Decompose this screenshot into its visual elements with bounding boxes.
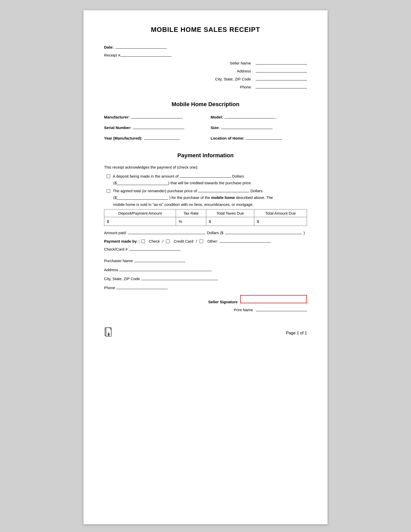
purchaser-phone-row: Phone (104, 285, 307, 290)
purchaser-phone-field[interactable] (116, 285, 168, 289)
purchaser-name-row: Purchaser Name (104, 258, 307, 263)
serial-field[interactable] (133, 124, 184, 129)
size-label: Size: (211, 125, 220, 130)
deposit-paren-open: ($ (113, 181, 117, 185)
purchaser-city-row: City, State, ZIP Code (104, 276, 307, 281)
seller-phone-label: Phone (240, 85, 251, 89)
deposit-close-text: ) that will be credited towards the purc… (168, 181, 252, 185)
payment-made-by-label: Payment made by (104, 239, 137, 243)
table-col4: Total Amount Due (254, 209, 307, 217)
year-field[interactable] (144, 135, 180, 140)
purchaser-section: Purchaser Name Address City, State, ZIP … (104, 258, 307, 290)
deposit-checkbox[interactable] (107, 175, 110, 178)
other-checkbox[interactable] (200, 240, 203, 243)
seller-address-row: Address (104, 68, 307, 73)
table-cell-deposit: $ (104, 217, 176, 226)
seller-info-block: Seller Name Address City, State, ZIP Cod… (104, 60, 307, 92)
check-card-row: Check/Card # (104, 246, 307, 251)
footer: Page 1 of 1 (104, 327, 307, 339)
footer-icon (104, 327, 113, 339)
purchaser-address-row: Address (104, 267, 307, 272)
seller-city-row: City, State, ZIP Code (104, 76, 307, 81)
table-row: $ % $ $ (104, 217, 307, 226)
deposit-dollar-field[interactable] (117, 180, 168, 185)
amount-paid-field[interactable] (128, 230, 205, 234)
other-field[interactable] (220, 238, 271, 243)
payment-intro: This receipt acknowledges the payment of… (104, 165, 307, 169)
deposit-dollars: Dollars (232, 174, 244, 178)
serial-label: Serial Number: (104, 125, 132, 130)
manufacturer-field[interactable] (131, 114, 183, 118)
date-row: Date: (104, 44, 307, 49)
date-label: Date: (104, 45, 114, 49)
location-row: Location of Home: (211, 135, 307, 140)
model-row: Model: (211, 114, 307, 119)
location-label: Location of Home: (211, 136, 245, 140)
location-field[interactable] (246, 135, 282, 140)
description-row1: Manufacturer: Model: (104, 114, 307, 122)
footer-page-label: Page 1 of 1 (286, 331, 307, 335)
seller-name-label: Seller Name (230, 61, 251, 65)
purchase-dollars: Dollars (250, 189, 263, 193)
purchase-indent1: ($ ) for the purchase of the mobile home… (104, 195, 307, 200)
date-field[interactable] (115, 44, 167, 49)
purchaser-address-label: Address (104, 268, 118, 272)
seller-name-row: Seller Name (104, 60, 307, 65)
seller-city-label: City, State, ZIP Code (215, 77, 251, 81)
seller-signature-box[interactable] (240, 295, 307, 303)
amount-paid-dollars: Dollars ($ (207, 231, 223, 235)
payment-table: Deposit/Payment Amount Tax Rate Total Ta… (104, 209, 307, 226)
size-field[interactable] (221, 124, 273, 129)
purchase-text-6: mobile home is sold in "as-is" condition… (113, 202, 254, 207)
check-label: Check (149, 239, 160, 243)
purchaser-city-field[interactable] (141, 276, 218, 280)
seller-city-field[interactable] (256, 76, 307, 80)
description-row2: Serial Number: Size: (104, 124, 307, 132)
payment-header: Payment Information (104, 152, 307, 159)
model-label: Model: (211, 115, 223, 119)
seller-phone-field[interactable] (256, 84, 307, 88)
check-card-field[interactable] (129, 246, 181, 251)
amount-paid-dollar-field[interactable] (225, 230, 302, 234)
purchase-checkbox-row: The agreed total (or remainder) purchase… (104, 188, 307, 193)
year-label: Year (Manufactured): (104, 136, 142, 140)
serial-row: Serial Number: (104, 124, 200, 130)
purchase-paren-open: ($ (113, 195, 117, 200)
table-col3: Total Taxes Due (206, 209, 254, 217)
receipt-field[interactable] (120, 52, 172, 57)
table-cell-taxrate: % (176, 217, 206, 226)
purchaser-name-field[interactable] (134, 258, 185, 262)
signature-section: Seller Signature Print Name (104, 295, 307, 312)
purchaser-name-label: Purchaser Name (104, 259, 133, 263)
deposit-checkbox-row: A deposit being made in the amount of Do… (104, 173, 307, 178)
amount-paid-row: Amount paid: Dollars ($) (104, 230, 307, 235)
deposit-amount-field[interactable] (180, 173, 231, 178)
page-title: MOBILE HOME SALES RECEIPT (104, 26, 307, 34)
print-name-label: Print Name (234, 308, 253, 312)
description-row3: Year (Manufactured): Location of Home: (104, 135, 307, 143)
seller-signature-label: Seller Signature (208, 300, 238, 304)
amount-paid-label: Amount paid: (104, 231, 127, 235)
amount-paid-close: ) (304, 231, 305, 235)
purchase-checkbox[interactable] (107, 189, 110, 193)
credit-card-checkbox[interactable] (166, 240, 170, 243)
other-label: Other: (207, 239, 218, 243)
manufacturer-label: Manufacturer: (104, 115, 130, 119)
deposit-indent: ($) that will be credited towards the pu… (104, 180, 307, 185)
purchase-price-field[interactable] (198, 188, 249, 192)
year-row: Year (Manufactured): (104, 135, 200, 140)
purchaser-address-field[interactable] (119, 267, 212, 271)
seller-address-field[interactable] (256, 68, 307, 72)
table-col2: Tax Rate (176, 209, 206, 217)
seller-name-field[interactable] (256, 60, 307, 65)
seller-signature-row: Seller Signature (104, 295, 307, 304)
model-field[interactable] (225, 114, 276, 118)
receipt-row: Receipt # (104, 52, 307, 57)
print-name-field[interactable] (256, 307, 307, 311)
receipt-label: Receipt # (104, 53, 120, 57)
purchase-dollar-field[interactable] (117, 195, 168, 200)
credit-card-label: Credit Card (174, 239, 193, 243)
check-checkbox[interactable] (141, 240, 145, 243)
check-card-label: Check/Card # (104, 247, 128, 251)
deposit-text-1: A deposit being made in the amount of (113, 174, 179, 178)
